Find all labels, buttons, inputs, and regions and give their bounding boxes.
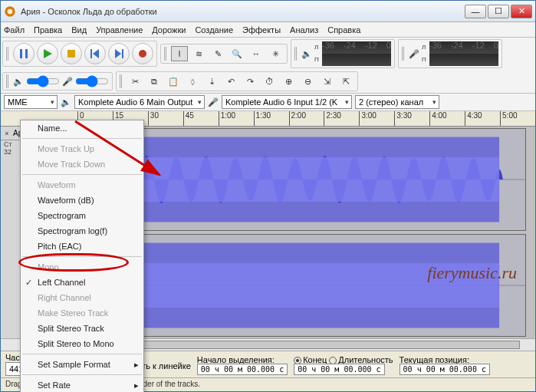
svg-point-1 (8, 8, 13, 14)
ruler-tick: 3:30 (394, 111, 411, 126)
context-item-left-channel[interactable]: Left Channel (21, 275, 143, 290)
menubar: Файл Правка Вид Управление Дорожки Созда… (1, 22, 535, 38)
menu-effects[interactable]: Эффекты (242, 25, 281, 35)
input-meter-toolbar: 🎤 Л-36-24-120 П (398, 39, 502, 68)
menu-view[interactable]: Вид (71, 25, 87, 35)
input-meter[interactable]: -36-24-120 (429, 41, 498, 54)
output-device-combo[interactable]: Komplete Audio 6 Main Output (74, 95, 205, 109)
ruler-tick: 5:00 (500, 111, 517, 126)
menu-generate[interactable]: Создание (195, 25, 233, 35)
context-separator (22, 374, 142, 375)
track-context-menu[interactable]: Name...Move Track UpMove Track DownWavef… (20, 120, 144, 392)
maximize-button[interactable]: ☐ (488, 5, 509, 18)
menu-help[interactable]: Справка (327, 25, 360, 35)
output-meter[interactable]: -36-24-120 (322, 41, 391, 54)
speaker-vol-icon: 🔈 (13, 77, 24, 87)
svg-marker-7 (93, 49, 99, 58)
silence-button[interactable]: ⇣ (203, 74, 220, 89)
output-meter-r[interactable] (322, 54, 391, 66)
cut-button[interactable]: ✂ (127, 74, 143, 89)
context-item-split-stereo-to-mono[interactable]: Split Stereo to Mono (21, 336, 143, 351)
envelope-tool[interactable]: ≋ (190, 46, 207, 61)
svg-rect-2 (20, 49, 22, 58)
svg-rect-16 (84, 263, 499, 308)
window-title: Ария - Осколок Льда до обработки (21, 7, 465, 16)
multi-tool[interactable]: ✳ (267, 46, 284, 61)
undo-button[interactable]: ↶ (222, 74, 239, 89)
output-volume-slider[interactable] (26, 77, 60, 85)
waveform-right[interactable] (79, 234, 526, 337)
skip-end-button[interactable] (108, 43, 130, 64)
selection-end-value[interactable]: 00 ч 00 м 00.000 с (294, 364, 384, 375)
svg-rect-3 (25, 49, 28, 58)
menu-tracks[interactable]: Дорожки (152, 25, 186, 35)
sync-lock-button[interactable]: ⏱ (261, 74, 278, 89)
speaker-device-icon: 🔈 (61, 97, 71, 107)
input-volume-slider[interactable] (75, 77, 109, 85)
copy-button[interactable]: ⧉ (146, 74, 163, 89)
context-item-set-rate[interactable]: Set Rate (21, 377, 143, 392)
speaker-icon: 🔈 (301, 49, 312, 59)
input-channels-combo[interactable]: 2 (стерео) канал (355, 95, 439, 109)
svg-marker-4 (44, 49, 52, 58)
context-item-move-track-up: Move Track Up (21, 141, 143, 156)
input-meter-r[interactable] (429, 54, 498, 66)
svg-rect-13 (84, 157, 499, 202)
context-item-mono: Mono (21, 259, 143, 275)
context-separator (22, 256, 142, 257)
ruler-tick: 1:30 (254, 111, 271, 126)
svg-marker-8 (115, 49, 121, 58)
zoom-out-button[interactable]: ⊖ (299, 74, 316, 89)
audio-position-value[interactable]: 00 ч 00 м 00.000 с (400, 364, 490, 375)
tools-toolbar: I ≋ ✎ 🔍 ↔ ✳ (160, 44, 288, 64)
paste-button[interactable]: 📋 (165, 74, 182, 89)
app-icon (4, 5, 16, 18)
app-window: Ария - Осколок Льда до обработки — ☐ ✕ Ф… (0, 0, 536, 392)
meter-left-label: Л (314, 44, 321, 51)
redo-button[interactable]: ↷ (242, 74, 258, 89)
zoom-in-button[interactable]: ⊕ (280, 74, 297, 89)
menu-file[interactable]: Файл (4, 25, 25, 35)
timeshift-tool[interactable]: ↔ (248, 46, 265, 61)
device-toolbar: MME 🔈 Komplete Audio 6 Main Output 🎤 Kom… (1, 94, 535, 111)
input-device-combo[interactable]: Komplete Audio 6 Input 1/2 (K (222, 95, 352, 109)
svg-rect-6 (90, 49, 92, 58)
zoom-tool[interactable]: 🔍 (229, 46, 245, 61)
context-item-set-sample-format[interactable]: Set Sample Format (21, 357, 143, 372)
output-meter-toolbar: 🔈 Л-36-24-120 П (291, 39, 395, 68)
menu-control[interactable]: Управление (96, 25, 143, 35)
fit-project-button[interactable]: ⇱ (337, 74, 354, 89)
audio-host-combo[interactable]: MME (4, 95, 58, 109)
track-close-icon[interactable]: × (2, 130, 12, 137)
minimize-button[interactable]: — (465, 5, 486, 18)
context-item-right-channel: Right Channel (21, 290, 143, 305)
ruler-tick: 30 (148, 111, 159, 126)
context-item-spectrogram-log-f-[interactable]: Spectrogram log(f) (21, 223, 143, 239)
waveform-left[interactable] (79, 128, 526, 231)
menu-edit[interactable]: Правка (34, 25, 62, 35)
ruler-tick: 1:00 (219, 111, 235, 126)
menu-analyze[interactable]: Анализ (290, 25, 318, 35)
close-button[interactable]: ✕ (511, 5, 532, 18)
context-item-spectrogram[interactable]: Spectrogram (21, 208, 143, 223)
selection-start-value[interactable]: 00 ч 00 м 00.000 с (197, 364, 288, 375)
play-button[interactable] (37, 43, 58, 64)
record-button[interactable] (132, 43, 153, 64)
skip-start-button[interactable] (84, 43, 106, 64)
selection-tool[interactable]: I (171, 46, 188, 61)
context-separator (22, 138, 142, 139)
waveform-area[interactable] (77, 127, 535, 338)
mic-icon: 🎤 (409, 49, 419, 59)
ruler-tick: 4:00 (429, 111, 446, 126)
context-item-name-[interactable]: Name... (21, 120, 143, 136)
pause-button[interactable] (13, 43, 35, 64)
context-item-pitch-eac-[interactable]: Pitch (EAC) (21, 239, 143, 254)
context-item-waveform-db-[interactable]: Waveform (dB) (21, 193, 143, 208)
trim-button[interactable]: ⎀ (184, 74, 201, 89)
context-item-split-stereo-track[interactable]: Split Stereo Track (21, 321, 143, 336)
draw-tool[interactable]: ✎ (209, 46, 226, 61)
stop-button[interactable] (61, 43, 82, 64)
titlebar: Ария - Осколок Льда до обработки — ☐ ✕ (1, 1, 535, 22)
ruler-tick: 45 (183, 111, 194, 126)
fit-selection-button[interactable]: ⇲ (318, 74, 335, 89)
